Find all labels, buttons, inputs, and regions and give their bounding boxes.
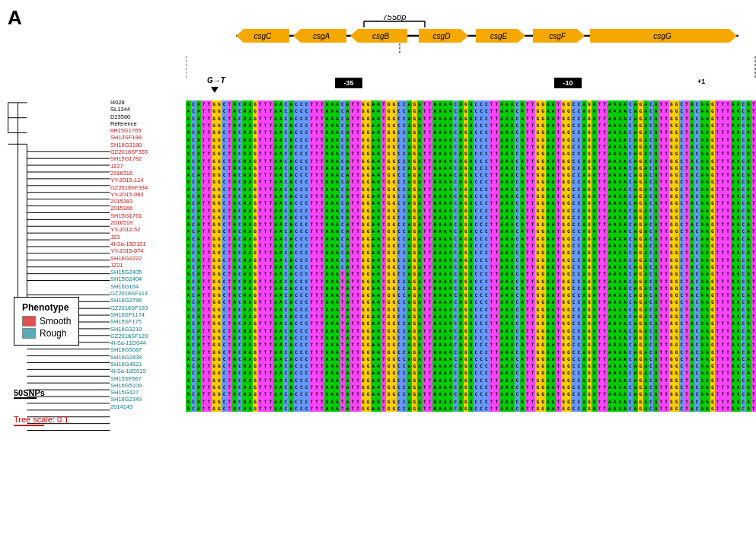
seq-cell: C <box>479 405 484 412</box>
seq-cell: A <box>505 390 510 397</box>
seq-cell: A <box>330 100 335 107</box>
seq-cell: A <box>232 249 238 256</box>
seq-cell: A <box>582 285 587 292</box>
seq-cell: A <box>417 320 423 327</box>
seq-cell: G <box>566 362 572 369</box>
seq-cell: A <box>186 327 191 334</box>
seq-cell: C <box>397 157 402 164</box>
seq-cell: T <box>356 129 361 135</box>
seq-cell: T <box>525 150 531 157</box>
seq-cell: A <box>279 405 284 412</box>
seq-cell: T <box>751 122 757 129</box>
seq-cell: T <box>356 327 361 334</box>
seq-cell: G <box>561 348 566 355</box>
seq-cell: A <box>520 228 525 234</box>
seq-cell: C <box>402 178 407 185</box>
seq-cell: T <box>314 214 320 221</box>
seq-cell: T <box>602 285 608 292</box>
seq-cell: C <box>484 249 490 256</box>
seq-cell: T <box>263 242 268 249</box>
seq-cell: A <box>196 377 202 384</box>
seq-cell: T <box>489 384 494 390</box>
seq-cell: A <box>186 334 191 341</box>
seq-cell: T <box>309 348 314 355</box>
seq-cell: G <box>561 235 566 242</box>
strain-name: SH15SF567 <box>110 375 183 382</box>
seq-cell: T <box>340 292 346 298</box>
seq-cell: T <box>309 320 314 327</box>
seq-cell: A <box>186 242 191 249</box>
seq-cell: C <box>628 362 633 369</box>
seq-cell: A <box>623 100 628 107</box>
seq-cell: G <box>710 115 716 122</box>
seq-cell: T <box>320 221 325 228</box>
seq-cell: G <box>464 277 469 284</box>
seq-cell: A <box>289 384 294 390</box>
seq-cell: A <box>731 135 736 142</box>
seq-cell: A <box>623 405 628 412</box>
seq-cell: A <box>432 320 438 327</box>
svg-text:csgD: csgD <box>433 32 451 40</box>
seq-cell: T <box>263 199 268 206</box>
seq-cell: T <box>268 327 273 334</box>
seq-cell: C <box>294 135 299 142</box>
seq-cell: A <box>232 100 238 107</box>
seq-cell: A <box>608 143 613 150</box>
seq-cell: A <box>196 256 202 263</box>
seq-cell: A <box>643 150 649 157</box>
seq-cell: T <box>206 377 212 384</box>
seq-cell: G <box>710 341 716 348</box>
seq-cell: G <box>587 263 592 270</box>
seq-cell: G <box>464 199 469 206</box>
seq-cell: T <box>684 193 690 199</box>
seq-cell: A <box>509 327 515 334</box>
seq-cell: G <box>587 355 592 362</box>
seq-cell: T <box>314 405 320 412</box>
seq-cell: A <box>330 171 335 178</box>
seq-cell: G <box>566 292 572 298</box>
seq-cell: C <box>453 313 458 320</box>
seq-cell: A <box>612 285 617 292</box>
seq-cell: A <box>468 313 474 320</box>
seq-cell: T <box>350 135 356 142</box>
seq-cell: C <box>283 405 289 412</box>
seq-cell: C <box>515 256 520 263</box>
seq-cell: T <box>206 157 212 164</box>
seq-cell: T <box>530 129 535 135</box>
seq-cell: C <box>299 186 305 193</box>
seq-cell: G <box>669 249 675 256</box>
seq-cell: A <box>509 228 515 234</box>
seq-cell: A <box>335 369 340 376</box>
seq-cell: A <box>700 221 705 228</box>
seq-cell: T <box>751 377 757 384</box>
seq-cell: G <box>638 135 643 142</box>
seq-cell: C <box>238 362 243 369</box>
seq-cell: C <box>340 228 346 234</box>
seq-cell: G <box>464 334 469 341</box>
seq-cell: A <box>705 292 710 298</box>
seq-cell: G <box>212 129 217 135</box>
seq-cell: C <box>453 157 458 164</box>
seq-cell: T <box>381 242 387 249</box>
seq-cell: A <box>617 150 623 157</box>
seq-cell: T <box>350 313 356 320</box>
seq-cell: T <box>720 327 726 334</box>
seq-cell: G <box>365 242 371 249</box>
seq-cell: A <box>705 249 710 256</box>
seq-cell: T <box>530 277 535 284</box>
seq-row: ACATTGGCTACAAGTTTAACACCCTTTAAACATTGGAATG… <box>186 115 756 122</box>
seq-cell: A <box>432 235 438 242</box>
strain-name: GZ2016SF355 <box>110 148 183 155</box>
seq-cell: T <box>263 355 268 362</box>
seq-cell: A <box>608 235 613 242</box>
seq-cell: T <box>309 369 314 376</box>
seq-cell: G <box>587 327 592 334</box>
seq-cell: G <box>253 405 258 412</box>
seq-cell: A <box>550 320 556 327</box>
seq-cell: A <box>690 327 695 334</box>
seq-cell: C <box>304 100 309 107</box>
seq-cell: C <box>474 348 479 355</box>
seq-cell: C <box>694 285 700 292</box>
seq-cell: A <box>520 100 525 107</box>
seq-cell: T <box>659 263 664 270</box>
